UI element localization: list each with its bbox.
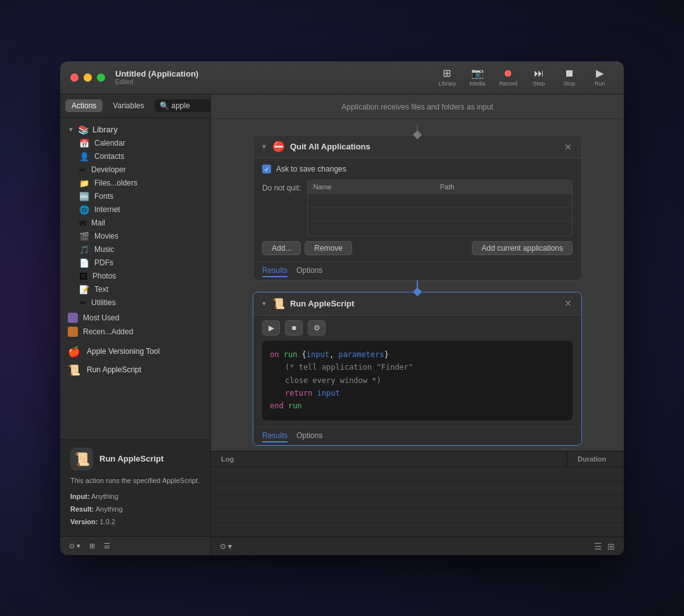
maximize-button[interactable] [97, 73, 105, 82]
sidebar-item-files[interactable]: 📁 Files...olders [60, 177, 210, 190]
quit-card-close-button[interactable]: ✕ [562, 141, 574, 153]
list-view-icon[interactable]: ☰ [594, 541, 602, 551]
run-button[interactable]: ▶ Run [586, 66, 614, 89]
result-label: Result: [70, 505, 94, 513]
quit-all-applications-card: ▼ ⛔ Quit All Applications ✕ ✓ Ask to sav… [253, 135, 582, 280]
sidebar-item-text[interactable]: 📝 Text [60, 283, 210, 296]
sidebar-list: ▼ 📚 Library 📅 Calendar 👤 Contacts ✂ [60, 118, 210, 439]
library-button[interactable]: ⊞ Library [433, 66, 461, 89]
step-label: Step [533, 80, 545, 87]
applescript-card-collapse-icon[interactable]: ▼ [261, 300, 267, 307]
media-button[interactable]: 📷 Media [464, 66, 491, 89]
sidebar-item-utilities[interactable]: ✂ Utilities [60, 296, 210, 310]
sidebar-item-contacts[interactable]: 👤 Contacts [60, 150, 210, 163]
search-icon: 🔍 [160, 101, 169, 110]
contacts-icon: 👤 [79, 152, 89, 161]
stop-label: Stop [564, 80, 576, 87]
table-row [308, 208, 572, 222]
log-col-label: Log [211, 451, 244, 467]
library-group: ▼ 📚 Library 📅 Calendar 👤 Contacts ✂ [60, 122, 210, 311]
info-meta: Input: Anything Result: Anything Version… [70, 491, 200, 528]
sidebar: Actions Variables 🔍 ✕ ▼ 📚 Library [60, 94, 211, 555]
run-applescript-sidebar-icon: 📜 [68, 364, 80, 376]
library-group-header[interactable]: ▼ 📚 Library [60, 123, 210, 137]
version-label: Version: [70, 518, 98, 525]
table-row [308, 194, 572, 208]
col-name: Name [313, 183, 440, 191]
bottom-grid-btn[interactable]: ⊞ [87, 541, 98, 551]
item-photos-label: Photos [92, 272, 116, 280]
script-stop-button[interactable]: ■ [285, 320, 303, 336]
item-pdfs-label: PDFs [94, 258, 113, 267]
record-button[interactable]: ⏺ Record [494, 66, 522, 89]
tab-variables[interactable]: Variables [106, 99, 150, 112]
status-menu-btn[interactable]: ⊙ ▾ [220, 542, 232, 551]
sidebar-item-fonts[interactable]: 🔤 Fonts [60, 190, 210, 203]
window-subtitle: Edited [115, 79, 198, 85]
close-button[interactable] [70, 73, 79, 82]
ask-save-row: ✓ Ask to save changes [262, 165, 573, 173]
tab-actions[interactable]: Actions [65, 99, 103, 112]
calendar-icon: 📅 [79, 139, 89, 148]
sidebar-item-music[interactable]: 🎵 Music [60, 243, 210, 256]
column-view-icon[interactable]: ⊞ [607, 541, 615, 551]
run-applescript-card: ▼ 📜 Run AppleScript ✕ ▶ ■ ⚙ on run [253, 292, 582, 446]
log-row [211, 495, 624, 509]
utilities-icon: ✂ [79, 298, 86, 308]
applescript-tab-results[interactable]: Results [262, 431, 288, 443]
workflow-area: ▼ ⛔ Quit All Applications ✕ ✓ Ask to sav… [211, 119, 624, 451]
minimize-button[interactable] [84, 73, 92, 82]
step-button[interactable]: ⏭ Step [525, 66, 553, 89]
bottom-list-btn[interactable]: ☰ [101, 541, 113, 551]
script-toolbar: ▶ ■ ⚙ [253, 315, 581, 341]
sidebar-item-most-used[interactable]: Most Used [60, 311, 210, 325]
quit-tab-options[interactable]: Options [296, 266, 322, 277]
quit-tab-results[interactable]: Results [262, 266, 288, 277]
sidebar-item-pdfs[interactable]: 📄 PDFs [60, 256, 210, 270]
quit-card-collapse-icon[interactable]: ▼ [261, 143, 267, 150]
add-button[interactable]: Add... [262, 241, 301, 255]
input-value: Anything [91, 493, 118, 500]
table-buttons: Add... Remove Add current applications [262, 241, 573, 255]
add-current-applications-button[interactable]: Add current applications [472, 241, 573, 255]
run-icon: ▶ [596, 68, 604, 79]
info-action-title: Run AppleScript [99, 454, 163, 463]
main-area: Actions Variables 🔍 ✕ ▼ 📚 Library [60, 94, 624, 555]
stop-button[interactable]: ⏹ Stop [555, 66, 583, 89]
item-fonts-label: Fonts [94, 192, 113, 201]
sidebar-item-internet[interactable]: 🌐 Internet [60, 203, 210, 217]
item-internet-label: Internet [94, 205, 120, 214]
recently-added-label: Recen...Added [83, 327, 133, 336]
record-label: Record [499, 80, 517, 87]
content-area: Application receives files and folders a… [211, 94, 624, 555]
library-label: Library [438, 80, 456, 87]
script-run-button[interactable]: ▶ [262, 320, 280, 336]
sidebar-item-mail[interactable]: ✉ Mail [60, 217, 210, 230]
media-label: Media [470, 80, 486, 87]
bottom-menu-btn[interactable]: ⊙ ▾ [66, 541, 83, 551]
result-apple-versioning[interactable]: 🍎 Apple Versioning Tool [60, 343, 210, 361]
info-description: This action runs the specified AppleScri… [70, 475, 200, 486]
status-icons: ☰ ⊞ [594, 541, 615, 551]
stop-icon: ⏹ [564, 68, 574, 79]
sidebar-item-photos[interactable]: 🖼 Photos [60, 270, 210, 283]
item-calendar-label: Calendar [94, 139, 125, 148]
applescript-card-close-button[interactable]: ✕ [562, 298, 574, 309]
script-editor[interactable]: on run {input, parameters} (* tell appli… [262, 341, 573, 420]
remove-button[interactable]: Remove [305, 241, 352, 255]
result-run-applescript[interactable]: 📜 Run AppleScript [60, 361, 210, 379]
info-icon: 📜 [70, 448, 93, 470]
quit-card-tabs: Results Options [253, 261, 581, 280]
script-line-4: return input [270, 387, 565, 399]
sidebar-item-developer[interactable]: ✂ Developer [60, 163, 210, 177]
quit-card-icon: ⛔ [272, 141, 285, 153]
item-contacts-label: Contacts [94, 152, 124, 161]
applescript-tab-options[interactable]: Options [296, 431, 322, 443]
sidebar-item-calendar[interactable]: 📅 Calendar [60, 137, 210, 150]
ask-save-checkbox[interactable]: ✓ [262, 165, 271, 173]
photos-icon: 🖼 [79, 272, 87, 281]
script-settings-button[interactable]: ⚙ [308, 320, 326, 336]
sidebar-item-recently-added[interactable]: Recen...Added [60, 325, 210, 339]
most-used-label: Most Used [83, 313, 119, 322]
sidebar-item-movies[interactable]: 🎬 Movies [60, 230, 210, 243]
